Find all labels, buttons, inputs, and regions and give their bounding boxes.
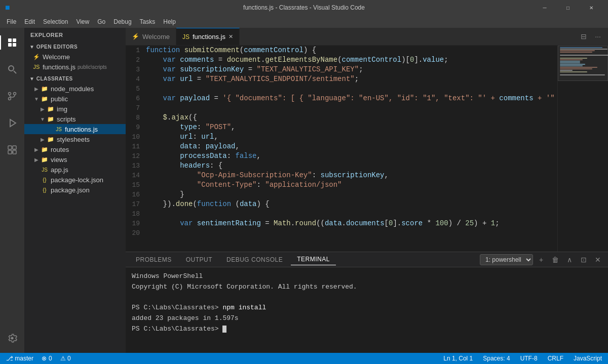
- error-icon: ⊗: [42, 355, 47, 362]
- close-panel-button[interactable]: ✕: [592, 254, 604, 266]
- maximize-button[interactable]: □: [556, 0, 580, 15]
- app-js-icon: JS: [41, 166, 49, 174]
- node-modules-folder[interactable]: ▶ 📁 node_modules: [24, 84, 126, 94]
- img-folder[interactable]: ▶ 📁 img: [24, 104, 126, 114]
- stylesheets-folder[interactable]: ▶ 📁 stylesheets: [24, 134, 126, 144]
- split-editor-button[interactable]: ⊟: [578, 30, 590, 43]
- menu-item-debug[interactable]: Debug: [109, 17, 135, 26]
- code-line-2: 2 var comments = document.getElementsByN…: [126, 55, 557, 65]
- functions-tab-icon: JS: [182, 33, 189, 41]
- sidebar: EXPLORER ▼ OPEN EDITORS ⚡ Welcome JS fun…: [24, 28, 126, 353]
- classrates-title: ▼ CLASSRATES: [24, 72, 126, 84]
- code-line-11: 11 data: payload,: [126, 142, 557, 151]
- menu-item-help[interactable]: Help: [159, 17, 180, 26]
- folder-icon: 📁: [41, 85, 49, 93]
- functions-tab-close[interactable]: ✕: [229, 33, 233, 40]
- editor-area: ⚡ Welcome JS functions.js ✕ ⊟ ··· 1 func…: [126, 28, 608, 353]
- app-js-file[interactable]: ▶ JS app.js: [24, 165, 126, 175]
- line-endings-status[interactable]: CRLF: [546, 355, 565, 362]
- line-endings-label: CRLF: [548, 355, 563, 362]
- menu-item-selection[interactable]: Selection: [39, 17, 72, 26]
- code-line-13: 13 headers: {: [126, 161, 557, 171]
- code-line-16: 16 }: [126, 190, 557, 199]
- welcome-tab-label: Welcome: [142, 33, 170, 41]
- open-editor-welcome[interactable]: ⚡ Welcome: [24, 52, 126, 62]
- code-line-18: 18: [126, 209, 557, 219]
- panel-tabs: PROBLEMS OUTPUT DEBUG CONSOLE TERMINAL 1…: [126, 252, 608, 267]
- menubar: FileEditSelectionViewGoDebugTasksHelp: [0, 15, 608, 28]
- warning-count: 0: [67, 355, 71, 362]
- minimize-button[interactable]: ─: [533, 0, 556, 15]
- code-editor[interactable]: 1 function submitComment(commentControl)…: [126, 46, 557, 252]
- minimap-viewport[interactable]: [558, 46, 608, 81]
- git-branch-icon: ⎇: [6, 355, 13, 362]
- language-status[interactable]: JavaScript: [572, 355, 604, 362]
- git-branch-label: master: [15, 355, 33, 362]
- problems-tab[interactable]: PROBLEMS: [130, 254, 178, 265]
- js-file-icon: JS: [55, 125, 63, 133]
- welcome-file-icon: ⚡: [32, 53, 41, 61]
- terminal-selector[interactable]: 1: powershell: [480, 254, 533, 265]
- code-line-12: 12 processData: false,: [126, 151, 557, 161]
- svg-point-6: [9, 93, 11, 95]
- code-line-7: 7: [126, 103, 557, 113]
- package-lock-icon: {}: [41, 176, 49, 184]
- errors-status[interactable]: ⊗ 0: [40, 355, 54, 362]
- spaces-status[interactable]: Spaces: 4: [481, 355, 512, 362]
- warnings-status[interactable]: ⚠ 0: [58, 355, 73, 362]
- tab-functions-js[interactable]: JS functions.js ✕: [176, 28, 240, 45]
- activity-extensions[interactable]: [0, 138, 24, 162]
- svg-marker-10: [10, 119, 16, 127]
- ln-col-status[interactable]: Ln 1, Col 1: [441, 355, 475, 362]
- activity-search[interactable]: [0, 57, 24, 82]
- open-editor-functions[interactable]: JS functions.js public\scripts: [24, 62, 126, 72]
- activity-explorer[interactable]: [0, 30, 24, 55]
- views-folder[interactable]: ▶ 📁 views: [24, 154, 126, 165]
- menu-item-view[interactable]: View: [72, 17, 93, 26]
- code-line-17: 17 }).done(function (data) {: [126, 199, 557, 209]
- debug-console-tab[interactable]: DEBUG CONSOLE: [220, 254, 289, 265]
- encoding-status[interactable]: UTF-8: [518, 355, 540, 362]
- status-bar: ⎇ master ⊗ 0 ⚠ 0 Ln 1, Col 1 Spaces: 4 U…: [0, 353, 608, 364]
- more-actions-button[interactable]: ···: [592, 30, 604, 43]
- scripts-folder[interactable]: ▼ 📁 scripts: [24, 114, 126, 124]
- terminal-tab[interactable]: TERMINAL: [291, 254, 336, 265]
- close-button[interactable]: ✕: [580, 0, 603, 15]
- terminal-content[interactable]: Windows PowerShell Copyright (C) Microso…: [126, 267, 608, 353]
- spaces-label: Spaces: 4: [483, 355, 510, 362]
- open-editors-title: ▼ OPEN EDITORS: [24, 40, 126, 52]
- add-terminal-button[interactable]: +: [535, 254, 547, 266]
- terminal-line-4: PS C:\Labs\Classrates> npm install: [132, 303, 602, 313]
- menu-item-go[interactable]: Go: [93, 17, 109, 26]
- svg-rect-2: [8, 43, 12, 47]
- menu-item-tasks[interactable]: Tasks: [136, 17, 160, 26]
- code-line-5: 5: [126, 84, 557, 94]
- svg-line-5: [14, 71, 16, 73]
- public-folder[interactable]: ▼ 📁 public: [24, 94, 126, 104]
- code-line-9: 9 type: "POST",: [126, 123, 557, 132]
- collapse-terminal-button[interactable]: ∧: [563, 254, 576, 266]
- classrates-tree: ▶ 📁 node_modules ▼ 📁 public ▶ 📁 img ▼ 📁 …: [24, 84, 126, 195]
- maximize-panel-button[interactable]: ⊡: [578, 254, 590, 266]
- open-editors-tree: ⚡ Welcome JS functions.js public\scripts: [24, 52, 126, 72]
- package-json-file[interactable]: ▶ {} package.json: [24, 185, 126, 195]
- code-line-4: 4 var url = "TEXT_ANALYTICS_ENDPOINT/sen…: [126, 74, 557, 84]
- activity-debug[interactable]: [0, 111, 24, 135]
- activity-settings[interactable]: [0, 326, 24, 350]
- terminal-line-3: [132, 293, 602, 303]
- functions-js-file[interactable]: ▶ JS functions.js: [24, 124, 126, 134]
- folder-icon: 📁: [41, 145, 49, 153]
- routes-folder[interactable]: ▶ 📁 routes: [24, 144, 126, 154]
- code-line-8: 8 $.ajax({: [126, 113, 557, 123]
- git-branch-status[interactable]: ⎇ master: [4, 355, 35, 362]
- activity-source-control[interactable]: [0, 84, 24, 108]
- kill-terminal-button[interactable]: 🗑: [549, 254, 561, 266]
- terminal-line-2: Copyright (C) Microsoft Corporation. All…: [132, 282, 602, 293]
- output-tab[interactable]: OUTPUT: [180, 254, 218, 265]
- terminal-line-5: added 23 packages in 1.597s: [132, 313, 602, 324]
- svg-rect-1: [13, 38, 16, 42]
- menu-item-edit[interactable]: Edit: [20, 17, 39, 26]
- tab-welcome[interactable]: ⚡ Welcome: [126, 28, 176, 45]
- menu-item-file[interactable]: File: [3, 17, 20, 26]
- package-lock-file[interactable]: ▶ {} package-lock.json: [24, 175, 126, 185]
